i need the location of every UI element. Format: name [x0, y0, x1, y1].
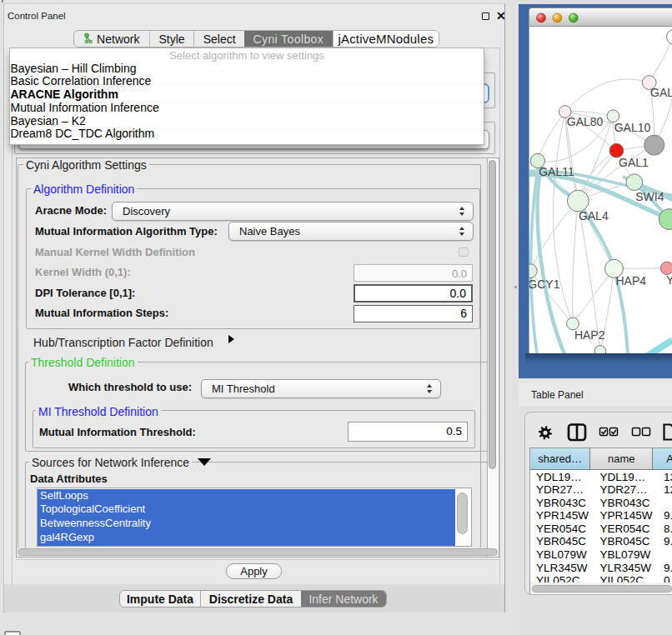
svg-text:GAL4: GAL4 [579, 209, 609, 222]
svg-text:GAL1: GAL1 [619, 156, 649, 169]
svg-text:GAL: GAL [650, 86, 672, 99]
svg-text:HAP2: HAP2 [574, 328, 605, 342]
svg-text:GAL80: GAL80 [567, 115, 604, 128]
svg-text:SWI4: SWI4 [635, 190, 664, 203]
svg-text:HAP4: HAP4 [616, 274, 647, 288]
svg-text:GAL11: GAL11 [539, 165, 574, 178]
svg-text:GCY1: GCY1 [529, 278, 560, 291]
svg-text:Y: Y [666, 273, 672, 287]
svg-text:GAL10: GAL10 [614, 121, 651, 134]
